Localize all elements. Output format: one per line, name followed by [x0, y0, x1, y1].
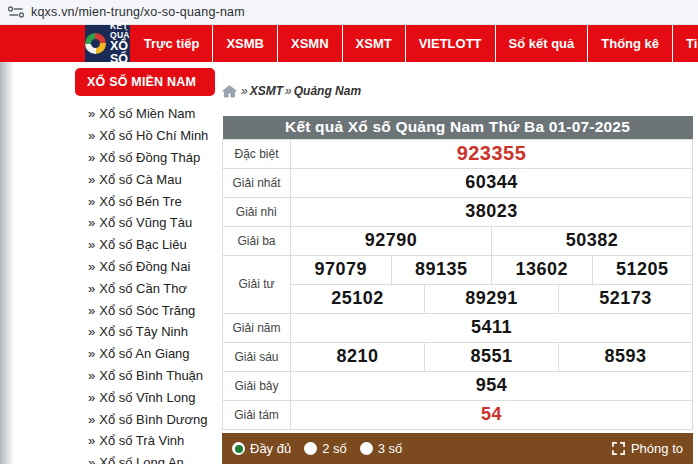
bullet: » — [88, 237, 95, 252]
sidebar-item-label: Xổ số Đồng Nai — [99, 259, 190, 274]
bullet: » — [88, 303, 95, 318]
sidebar-item-xo-so-binh-thuan[interactable]: »Xổ số Bình Thuận — [75, 365, 215, 387]
bullet: » — [88, 172, 95, 187]
sidebar-item-xo-so-ho-chi-minh[interactable]: »Xổ số Hồ Chí Minh — [75, 125, 215, 147]
bullet: » — [88, 346, 95, 361]
bullet: » — [88, 106, 95, 121]
option-day-du[interactable]: Đầy đủ — [232, 441, 291, 456]
radio-group: Đầy đủ2 số3 số — [232, 441, 415, 456]
prize-number: 954 — [291, 371, 693, 400]
nav-item-xsmb[interactable]: XSMB — [213, 25, 278, 62]
nav-item-thong-ke[interactable]: Thống kê — [588, 25, 673, 62]
bullet: » — [88, 194, 95, 209]
prize-label: Đặc biệt — [223, 139, 291, 168]
nav-item-truc-tiep[interactable]: Trực tiếp — [130, 25, 214, 62]
sidebar: XỔ SỐ MIỀN NAM »Xổ số Miền Nam»Xổ số Hồ … — [75, 68, 215, 464]
sidebar-item-xo-so-vung-tau[interactable]: »Xổ số Vũng Tàu — [75, 212, 215, 234]
sidebar-item-xo-so-can-tho[interactable]: »Xổ số Cần Thơ — [75, 277, 215, 299]
sidebar-item-label: Xổ số Cần Thơ — [99, 281, 187, 296]
sidebar-item-label: Xổ số Bến Tre — [99, 194, 181, 209]
breadcrumb-xsmt[interactable]: XSMT — [250, 84, 283, 98]
zoom-label[interactable]: Phóng to — [631, 441, 683, 456]
sidebar-item-xo-so-binh-duong[interactable]: »Xổ số Bình Dương — [75, 408, 215, 430]
prize-number: 8210 — [291, 342, 425, 371]
sidebar-item-label: Xổ số Tây Ninh — [99, 324, 188, 339]
sidebar-item-label: Xổ số Cà Mau — [99, 172, 181, 187]
radio-icon[interactable] — [360, 442, 373, 455]
sidebar-item-xo-so-tay-ninh[interactable]: »Xổ số Tây Ninh — [75, 321, 215, 343]
prize-number: 923355 — [291, 139, 693, 168]
prize-number: 50382 — [492, 226, 693, 255]
prize-row-giai-tu: 251028929152173 — [223, 284, 693, 313]
sidebar-item-xo-so-long-an[interactable]: »Xổ số Long An — [75, 452, 215, 464]
sidebar-item-xo-so-vinh-long[interactable]: »Xổ số Vĩnh Long — [75, 386, 215, 408]
browser-url-bar[interactable]: kqxs.vn/mien-trung/xo-so-quang-nam — [0, 0, 698, 25]
prize-number: 89291 — [425, 284, 559, 313]
bullet: » — [88, 412, 95, 427]
sidebar-item-label: Xổ số Long An — [99, 455, 184, 464]
tab-split-icon[interactable] — [8, 6, 24, 18]
sidebar-item-xo-so-dong-nai[interactable]: »Xổ số Đồng Nai — [75, 256, 215, 278]
bullet: » — [88, 324, 95, 339]
sidebar-item-label: Xổ số Vĩnh Long — [99, 390, 195, 405]
sidebar-item-xo-so-ben-tre[interactable]: »Xổ số Bến Tre — [75, 190, 215, 212]
prize-row-giai-tu: Giải tư97079891351360251205 — [223, 255, 693, 284]
sidebar-item-xo-so-tra-vinh[interactable]: »Xổ số Trà Vinh — [75, 430, 215, 452]
prize-row-dac-biet: Đặc biệt923355 — [223, 139, 693, 168]
nav-item-xsmn[interactable]: XSMN — [278, 25, 343, 62]
prize-number: 92790 — [291, 226, 492, 255]
sidebar-item-xo-so-ca-mau[interactable]: »Xổ số Cà Mau — [75, 168, 215, 190]
sidebar-item-xo-so-bac-lieu[interactable]: »Xổ số Bạc Liêu — [75, 234, 215, 256]
bullet: » — [88, 215, 95, 230]
breadcrumb: » XSMT » Quảng Nam — [222, 83, 693, 99]
prize-row-giai-ba: Giải ba9279050382 — [223, 226, 693, 255]
bullet: » — [88, 368, 95, 383]
zoom-control[interactable]: Phóng to — [612, 441, 683, 456]
sidebar-item-label: Xổ số Hồ Chí Minh — [99, 128, 208, 143]
bullet: » — [88, 390, 95, 405]
url-text[interactable]: kqxs.vn/mien-trung/xo-so-quang-nam — [31, 5, 245, 19]
logo-icon — [85, 33, 106, 54]
prize-number: 8593 — [559, 342, 693, 371]
breadcrumb-quang-nam[interactable]: Quảng Nam — [294, 84, 361, 98]
logo-text: KẾT QUẢ XỔ SỐ — [110, 22, 130, 65]
prize-number: 51205 — [592, 255, 693, 284]
breadcrumb-separator: » — [285, 84, 292, 98]
radio-icon[interactable] — [304, 442, 317, 455]
sidebar-item-label: Xổ số Bạc Liêu — [99, 237, 186, 252]
breadcrumb-separator: » — [241, 84, 248, 98]
prize-number: 5411 — [291, 313, 693, 342]
sidebar-item-label: Xổ số Vũng Tàu — [99, 215, 192, 230]
sidebar-item-label: Xổ số Sóc Trăng — [99, 303, 195, 318]
sidebar-item-xo-so-mien-nam[interactable]: »Xổ số Miền Nam — [75, 103, 215, 125]
main-content: » XSMT » Quảng Nam Kết quả Xổ số Quảng N… — [222, 62, 693, 430]
prize-label: Giải nhì — [223, 197, 291, 226]
prize-label: Giải bảy — [223, 371, 291, 400]
prize-label: Giải sáu — [223, 342, 291, 371]
option-2-so[interactable]: 2 số — [304, 441, 347, 456]
bullet: » — [88, 433, 95, 448]
page-left-shadow — [0, 62, 14, 464]
nav-item-tien-ich[interactable]: Tiện ích — [673, 25, 698, 62]
sidebar-item-xo-so-dong-thap[interactable]: »Xổ số Đồng Tháp — [75, 147, 215, 169]
option-label: 3 số — [378, 441, 403, 456]
display-options-bar: Đầy đủ2 số3 số Phóng to — [222, 433, 693, 464]
prize-number: 25102 — [291, 284, 425, 313]
bullet: » — [88, 128, 95, 143]
sidebar-item-xo-so-an-giang[interactable]: »Xổ số An Giang — [75, 343, 215, 365]
nav-item-so-ket-qua[interactable]: Sổ kết quả — [496, 25, 589, 62]
home-icon[interactable] — [222, 85, 237, 98]
site-logo[interactable]: KẾT QUẢ XỔ SỐ — [85, 25, 130, 62]
nav-item-vietlott[interactable]: VIETLOTT — [406, 25, 496, 62]
sidebar-list: »Xổ số Miền Nam»Xổ số Hồ Chí Minh»Xổ số … — [75, 103, 215, 464]
nav-item-xsmt[interactable]: XSMT — [343, 25, 406, 62]
bullet: » — [88, 281, 95, 296]
prize-number: 8551 — [425, 342, 559, 371]
expand-icon — [612, 442, 625, 455]
results-title: Kết quả Xổ số Quảng Nam Thứ Ba 01-07-202… — [223, 116, 693, 139]
radio-icon[interactable] — [232, 442, 245, 455]
bullet: » — [88, 259, 95, 274]
option-3-so[interactable]: 3 số — [360, 441, 403, 456]
sidebar-item-xo-so-soc-trang[interactable]: »Xổ số Sóc Trăng — [75, 299, 215, 321]
sidebar-item-label: Xổ số Bình Dương — [99, 412, 207, 427]
